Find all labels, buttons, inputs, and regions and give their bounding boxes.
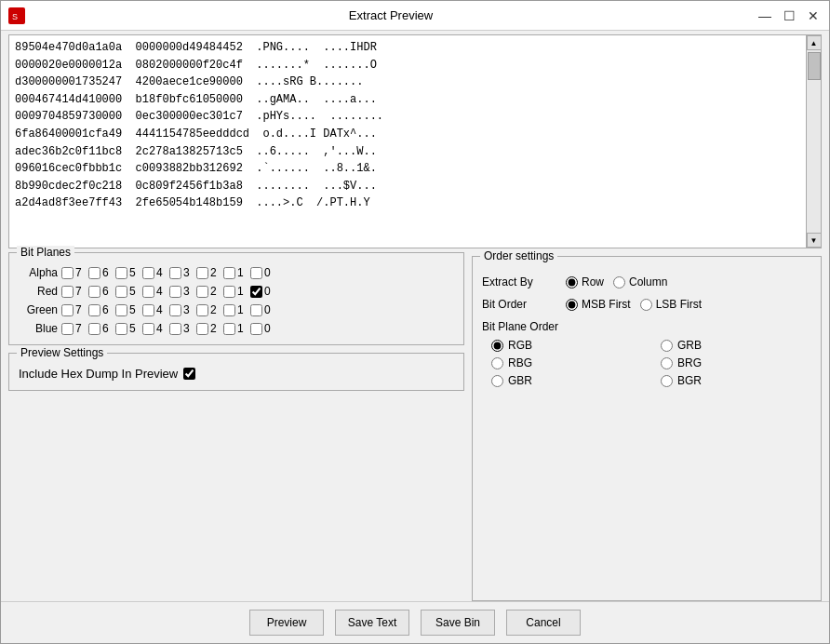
vertical-scrollbar[interactable]: ▲ ▼ <box>806 35 821 248</box>
app-icon: S <box>8 7 25 24</box>
bit-number: 1 <box>237 322 247 335</box>
title-bar: S Extract Preview — ☐ ✕ <box>1 1 829 31</box>
bit-checkbox-alpha-3[interactable] <box>169 267 181 279</box>
bit-cell-blue-7: 7 <box>61 322 85 335</box>
bit-checkbox-blue-4[interactable] <box>142 323 154 335</box>
bit-checkbox-alpha-6[interactable] <box>88 267 100 279</box>
bit-checkbox-alpha-7[interactable] <box>61 267 74 279</box>
bit-order-label: Bit Order <box>482 298 556 311</box>
bit-cell-red-2: 2 <box>196 285 220 298</box>
bit-checkbox-red-3[interactable] <box>169 286 181 298</box>
bit-checkbox-red-7[interactable] <box>61 286 74 298</box>
bit-checkbox-alpha-1[interactable] <box>223 267 235 279</box>
bit-cell-blue-6: 6 <box>88 322 112 335</box>
bit-checkbox-blue-2[interactable] <box>196 323 208 335</box>
bit-cell-green-6: 6 <box>88 303 112 316</box>
bit-number: 5 <box>129 322 139 335</box>
bit-checkbox-blue-7[interactable] <box>61 323 74 335</box>
bit-cell-red-4: 4 <box>142 285 166 298</box>
bit-number: 3 <box>183 285 193 298</box>
order-settings-title: Order settings <box>480 249 557 262</box>
title-bar-left: S <box>8 7 25 24</box>
include-hex-label: Include Hex Dump In Preview <box>19 367 178 381</box>
minimize-button[interactable]: — <box>756 7 773 24</box>
channel-label-blue: Blue <box>19 322 58 335</box>
bit-number: 0 <box>264 285 274 298</box>
bit-checkbox-green-6[interactable] <box>88 304 100 316</box>
bit-checkbox-blue-3[interactable] <box>169 323 181 335</box>
bit-cell-alpha-6: 6 <box>88 266 112 279</box>
bit-plane-radio-rbg[interactable] <box>491 357 503 369</box>
bit-checkbox-blue-1[interactable] <box>223 323 235 335</box>
restore-button[interactable]: ☐ <box>781 7 797 24</box>
bit-checkbox-red-5[interactable] <box>115 286 127 298</box>
bit-plane-option-gbr[interactable]: GBR <box>491 374 642 387</box>
bit-number: 5 <box>129 266 139 279</box>
bit-plane-option-rgb[interactable]: RGB <box>491 339 642 352</box>
bit-plane-radio-grb[interactable] <box>661 340 673 352</box>
scroll-thumb[interactable] <box>808 52 821 80</box>
column-radio[interactable] <box>613 276 625 288</box>
bit-plane-radio-bgr[interactable] <box>661 375 673 387</box>
bit-checkbox-red-1[interactable] <box>223 286 235 298</box>
bit-checkbox-green-7[interactable] <box>61 304 74 316</box>
row-radio[interactable] <box>566 276 578 288</box>
bit-checkbox-blue-5[interactable] <box>115 323 127 335</box>
bit-cell-green-7: 7 <box>61 303 85 316</box>
scroll-up-arrow[interactable]: ▲ <box>807 35 822 50</box>
include-hex-checkbox[interactable] <box>183 368 195 380</box>
bit-cell-green-1: 1 <box>223 303 247 316</box>
scroll-down-arrow[interactable]: ▼ <box>807 233 822 248</box>
bit-checkbox-alpha-0[interactable] <box>250 267 262 279</box>
bit-checkbox-red-6[interactable] <box>88 286 100 298</box>
bit-checkbox-green-3[interactable] <box>169 304 181 316</box>
lsb-radio[interactable] <box>640 299 652 311</box>
bit-plane-option-bgr[interactable]: BGR <box>661 374 811 387</box>
row-option[interactable]: Row <box>566 275 604 288</box>
msb-option[interactable]: MSB First <box>566 298 631 311</box>
footer: Preview Save Text Save Bin Cancel <box>1 601 829 643</box>
bit-plane-order-section: Bit Plane Order RGBGRBRBGBRGGBRBGR <box>482 320 811 387</box>
bit-number: 4 <box>156 322 166 335</box>
cancel-button[interactable]: Cancel <box>506 610 581 636</box>
bit-plane-radio-gbr[interactable] <box>491 375 503 387</box>
main-window: S Extract Preview — ☐ ✕ 89504e470d0a1a0a… <box>0 0 830 644</box>
bit-checkbox-red-4[interactable] <box>142 286 154 298</box>
scroll-track[interactable] <box>807 50 821 233</box>
bit-cell-alpha-4: 4 <box>142 266 166 279</box>
bit-checkbox-green-4[interactable] <box>142 304 154 316</box>
bit-plane-radio-brg[interactable] <box>661 357 673 369</box>
bit-checkbox-alpha-2[interactable] <box>196 267 208 279</box>
bit-plane-option-brg[interactable]: BRG <box>661 356 811 369</box>
bit-checkbox-alpha-4[interactable] <box>142 267 154 279</box>
bit-plane-label-bgr: BGR <box>677 374 702 387</box>
bit-checkbox-green-5[interactable] <box>115 304 127 316</box>
close-button[interactable]: ✕ <box>805 7 822 24</box>
bit-plane-label-rgb: RGB <box>508 339 532 352</box>
bit-checkbox-green-2[interactable] <box>196 304 208 316</box>
channel-label-red: Red <box>19 285 58 298</box>
bit-checkbox-green-1[interactable] <box>223 304 235 316</box>
bit-number: 2 <box>210 303 220 316</box>
bit-checkbox-blue-0[interactable] <box>250 323 262 335</box>
bit-checkbox-red-0[interactable] <box>250 286 262 298</box>
save-text-button[interactable]: Save Text <box>335 610 409 636</box>
svg-text:S: S <box>12 12 18 21</box>
bit-number: 0 <box>264 303 274 316</box>
bit-planes-title: Bit Planes <box>17 246 74 259</box>
window-title: Extract Preview <box>25 8 756 22</box>
bit-cell-green-3: 3 <box>169 303 193 316</box>
preview-button[interactable]: Preview <box>249 610 324 636</box>
bit-plane-option-rbg[interactable]: RBG <box>491 356 642 369</box>
bit-checkbox-green-0[interactable] <box>250 304 262 316</box>
save-bin-button[interactable]: Save Bin <box>421 610 495 636</box>
column-option[interactable]: Column <box>613 275 667 288</box>
bit-checkbox-red-2[interactable] <box>196 286 208 298</box>
msb-radio[interactable] <box>566 299 578 311</box>
bit-checkbox-blue-6[interactable] <box>88 323 100 335</box>
bit-plane-label-brg: BRG <box>677 356 702 369</box>
bit-plane-radio-rgb[interactable] <box>491 340 503 352</box>
bit-checkbox-alpha-5[interactable] <box>115 267 127 279</box>
lsb-option[interactable]: LSB First <box>640 298 702 311</box>
bit-plane-option-grb[interactable]: GRB <box>661 339 811 352</box>
